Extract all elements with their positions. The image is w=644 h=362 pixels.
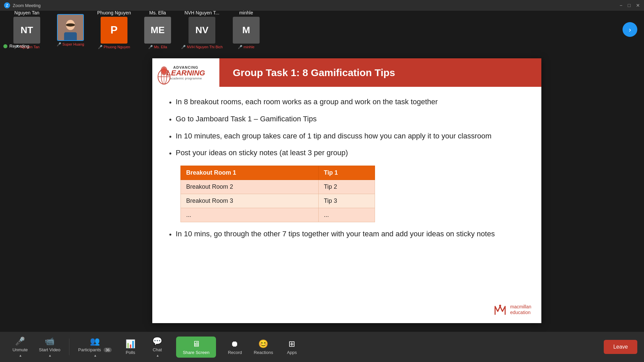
record-icon: ⏺: [231, 339, 239, 349]
minimize-button[interactable]: −: [620, 3, 622, 8]
title-bar: Z Zoom Meeting − □ ✕: [0, 0, 644, 11]
record-button[interactable]: ⏺ Record: [221, 337, 248, 358]
slide-footer: macmillan education: [493, 303, 531, 316]
bullet-text: In 10 mins, go through the other 7 tips …: [176, 229, 495, 239]
bullet-item: • Go to Jamboard Task 1 – Gamification T…: [169, 114, 525, 125]
participant-phuong: Phuong Nguyen P 🎤 Phuong Nguyen: [94, 10, 134, 49]
recording-dot: [3, 44, 7, 48]
bullet-text: Go to Jamboard Task 1 – Gamification Tip…: [176, 114, 317, 124]
next-participant-button[interactable]: ›: [623, 22, 637, 37]
participant-minhle: minhle M 🎤 minhle: [226, 10, 266, 49]
mic-status: 🎤 Super Huang: [57, 42, 84, 47]
table-row: ... ...: [181, 208, 375, 222]
maximize-button[interactable]: □: [628, 3, 631, 8]
share-screen-button[interactable]: 🖥 Share Screen: [171, 334, 222, 360]
table-header-cell: Tip 1: [318, 166, 375, 180]
bullet-dot: •: [169, 98, 172, 108]
bullet-item: • Post your ideas on sticky notes (at le…: [169, 148, 525, 159]
participant-avatar: ME: [144, 17, 171, 44]
share-screen-label: Share Screen: [183, 350, 210, 355]
polls-icon: 📊: [125, 339, 136, 349]
divider: [69, 339, 69, 355]
chat-button[interactable]: 💬 Chat ▲: [144, 334, 171, 360]
bullet-item: • In 8 breakout rooms, each room works a…: [169, 97, 525, 108]
close-button[interactable]: ✕: [636, 3, 640, 8]
reactions-button[interactable]: 😊 Reactions: [248, 337, 278, 358]
slide-logo: ADVANCING LEARNING academic programme: [152, 58, 219, 87]
participant-ms-ella: Ms. Ella ME 🎤 Ms. Ella: [138, 10, 178, 49]
apps-button[interactable]: ⊞ Apps: [278, 337, 305, 358]
mic-status: 🎤 Phuong Nguyen: [98, 45, 130, 49]
participant-avatar: NT: [13, 17, 40, 44]
participant-name: Super Huang: [62, 42, 84, 46]
start-video-label: Start Video: [39, 347, 60, 352]
chevron-up-icon[interactable]: ▲: [94, 354, 97, 357]
participant-name: NVH Nguyen Thi Bich: [187, 45, 223, 49]
mic-status: 🎤 minhle: [238, 45, 254, 49]
participant-avatar-video: [57, 14, 84, 41]
table-cell: Breakout Room 2: [181, 180, 319, 194]
leave-button[interactable]: Leave: [604, 340, 637, 354]
participant-avatar: NV: [189, 17, 215, 44]
table-cell: Tip 2: [318, 180, 375, 194]
brand-name: macmillan: [510, 304, 531, 309]
polls-button[interactable]: 📊 Polls: [117, 337, 144, 358]
participant-super-huang: 🎤 Super Huang: [50, 13, 91, 47]
app-title: Zoom Meeting: [13, 3, 620, 8]
table-row: Breakout Room 3 Tip 3: [181, 194, 375, 208]
participant-avatar: M: [233, 17, 260, 44]
recording-text: Recording: [9, 44, 29, 49]
table-cell: ...: [318, 208, 375, 222]
slide: ADVANCING LEARNING academic programme Gr…: [152, 58, 541, 323]
start-video-button[interactable]: 📹 Start Video ▲: [34, 334, 66, 360]
window-controls[interactable]: − □ ✕: [620, 3, 640, 8]
bullet-dot: •: [169, 132, 172, 142]
slide-body: • In 8 breakout rooms, each room works a…: [152, 87, 541, 257]
bullet-dot: •: [169, 148, 172, 159]
table-header-cell: Breakout Room 1: [181, 166, 319, 180]
chevron-up-icon[interactable]: ▲: [156, 354, 159, 357]
polls-label: Polls: [126, 350, 135, 355]
brand-type: education: [510, 310, 531, 315]
mic-icon: 🎤: [238, 45, 243, 49]
mic-status: 🎤 NVH Nguyen Thi Bich: [181, 45, 223, 49]
bullet-item: • In 10 mins, go through the other 7 tip…: [169, 229, 525, 240]
reactions-icon: 😊: [258, 339, 268, 349]
logo-programme: academic programme: [170, 77, 202, 80]
apps-icon: ⊞: [288, 339, 295, 349]
reactions-label: Reactions: [254, 350, 273, 355]
table-row: Breakout Room 2 Tip 2: [181, 180, 375, 194]
slide-title: Group Task 1: 8 Gamification Tips: [233, 67, 395, 78]
mic-icon: 🎤: [98, 45, 103, 49]
unmute-label: Unmute: [12, 347, 28, 352]
mic-off-icon: 🎤: [15, 337, 25, 346]
table-cell: ...: [181, 208, 319, 222]
participants-icon: 👥: [90, 337, 100, 346]
record-label: Record: [228, 350, 242, 355]
participants-button[interactable]: 👥 Participants 36 ▲: [73, 334, 117, 360]
unmute-button[interactable]: 🎤 Unmute ▲: [7, 334, 34, 360]
mic-status: 🎤 Ms. Ella: [148, 45, 167, 49]
toolbar: 🎤 Unmute ▲ 📹 Start Video ▲ 👥 Participant…: [0, 332, 644, 362]
participants-bar: Nguyen Tan NT 🎤 Nguyen Tan 🎤 Super Huang…: [0, 9, 644, 50]
participant-name: minhle: [244, 45, 254, 49]
chat-label: Chat: [153, 347, 162, 352]
recording-badge: Recording: [3, 44, 29, 49]
svg-rect-2: [64, 32, 77, 41]
participant-nguyen-tan: Nguyen Tan NT 🎤 Nguyen Tan: [7, 10, 47, 49]
svg-point-3: [66, 23, 75, 26]
bullet-list-2: • In 10 mins, go through the other 7 tip…: [169, 229, 525, 240]
participants-count: 36: [104, 348, 112, 352]
macmillan-logo-text: macmillan education: [510, 304, 531, 315]
participant-avatar: P: [101, 17, 127, 44]
macmillan-logo-icon: [493, 303, 507, 316]
participant-nvh: NVH Nguyen T... NV 🎤 NVH Nguyen Thi Bich: [181, 10, 223, 49]
participants-label: Participants 36: [78, 347, 112, 352]
breakout-table: Breakout Room 1 Tip 1 Breakout Room 2 Ti…: [180, 166, 375, 222]
video-off-icon: 📹: [45, 337, 55, 346]
bullet-list: • In 8 breakout rooms, each room works a…: [169, 97, 525, 159]
chevron-up-icon[interactable]: ▲: [48, 354, 52, 357]
main-content: ADVANCING LEARNING academic programme Gr…: [50, 50, 644, 332]
chevron-up-icon[interactable]: ▲: [19, 354, 22, 357]
zoom-icon: Z: [4, 2, 10, 8]
